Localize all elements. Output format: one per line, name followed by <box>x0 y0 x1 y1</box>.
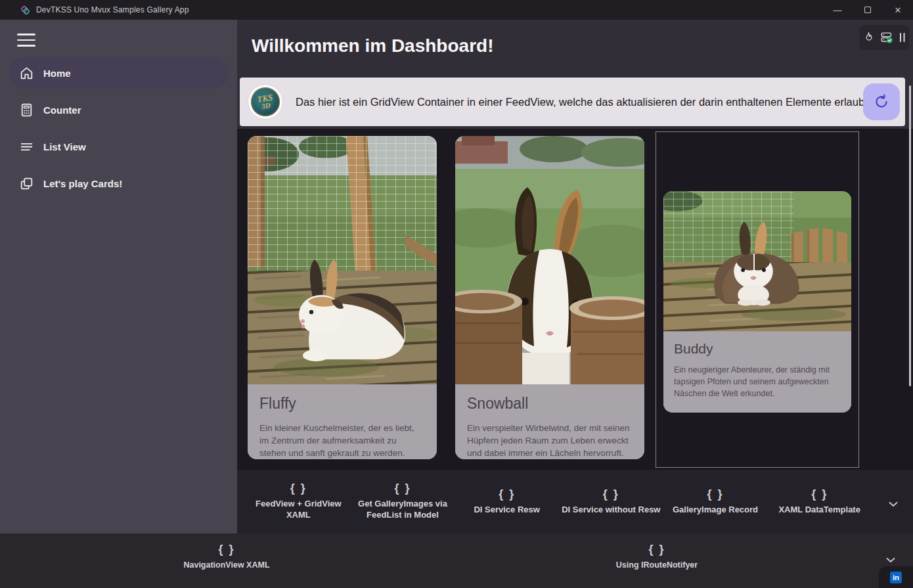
app-logo-icon <box>20 5 30 15</box>
sample-using-iroutenotifyer[interactable]: { } Using IRouteNotifyer <box>558 533 755 579</box>
page-title: Willkommen im Dashboard! <box>252 35 493 57</box>
minimize-button[interactable]: — <box>822 0 853 20</box>
sample-xaml-datatemplate[interactable]: { } XAML DataTemplate <box>767 470 872 533</box>
rabbit-photo-buddy <box>663 191 851 332</box>
samples-collapse-button[interactable] <box>885 497 901 510</box>
calculator-icon <box>18 102 35 118</box>
sidebar-item-label: Let's play Cards! <box>43 178 122 189</box>
feedview-info-banner: TKS 3D Das hier ist ein GridView Contain… <box>240 78 905 126</box>
code-braces-icon: { } <box>811 488 828 500</box>
sample-label: Using IRouteNotifyer <box>616 560 698 570</box>
sample-label: GalleryImage Record <box>673 505 758 516</box>
gallery-card-fluffy[interactable]: Fluffy Ein kleiner Kuschelmeister, der e… <box>248 136 437 459</box>
sidebar-item-home[interactable]: Home <box>9 57 229 89</box>
hamburger-menu-button[interactable] <box>17 33 35 47</box>
app-title: DevTKSS Uno Mvux Samples Gallery App <box>36 5 189 14</box>
gallery-card-buddy[interactable]: Buddy Ein neugieriger Abenteurer, der st… <box>663 191 851 413</box>
code-braces-icon: { } <box>603 488 619 500</box>
rabbit-description: Ein verspielter Wirbelwind, der mit sein… <box>467 422 633 459</box>
gallery-gridview: Fluffy Ein kleiner Kuschelmeister, der e… <box>237 129 913 470</box>
code-braces-icon: { } <box>648 543 665 555</box>
sample-navigationview-xaml[interactable]: { } NavigationView XAML <box>128 533 325 579</box>
rabbit-name: Snowball <box>467 395 633 413</box>
logo-text: 3D <box>261 102 271 110</box>
sidebar-item-label: Home <box>43 68 71 79</box>
rabbit-description: Ein kleiner Kuschelmeister, der es liebt… <box>259 422 425 459</box>
chevron-down-icon <box>885 557 896 563</box>
code-braces-icon: { } <box>707 488 724 500</box>
vertical-scrollbar[interactable] <box>909 85 911 386</box>
footer-collapse-button[interactable] <box>883 553 899 566</box>
sample-label: DI Service Resw <box>474 505 539 516</box>
pause-icon[interactable] <box>899 31 906 44</box>
code-braces-icon: { } <box>499 488 515 500</box>
footer-samples-bar: { } NavigationView XAML { } Using IRoute… <box>0 533 913 588</box>
rabbit-name: Buddy <box>674 341 841 357</box>
code-braces-icon: { } <box>218 543 234 555</box>
banner-message: Das hier ist ein GridView Container in e… <box>296 96 870 108</box>
chevron-down-icon <box>888 501 899 507</box>
sample-feedview-gridview-xaml[interactable]: { } FeedView + GridView XAML <box>246 470 351 533</box>
minimize-icon: — <box>834 5 842 15</box>
server-connected-icon[interactable] <box>880 30 894 45</box>
close-button[interactable]: ✕ <box>883 0 913 20</box>
sample-di-service-resw[interactable]: { } DI Service Resw <box>455 470 559 533</box>
close-icon: ✕ <box>895 5 902 15</box>
dev-tools-toolbar <box>859 25 909 50</box>
card-info: Fluffy Ein kleiner Kuschelmeister, der e… <box>248 384 437 459</box>
sample-label: FeedView + GridView XAML <box>246 499 350 521</box>
cards-icon <box>18 175 35 192</box>
gridview-selected-cell[interactable]: Buddy Ein neugieriger Abenteurer, der st… <box>656 131 859 468</box>
sidebar-item-lets-play-cards[interactable]: Let's play Cards! <box>9 168 229 199</box>
sidebar-item-label: List View <box>43 141 86 152</box>
card-info: Snowball Ein verspielter Wirbelwind, der… <box>455 384 644 459</box>
gallery-card-snowball[interactable]: Snowball Ein verspielter Wirbelwind, der… <box>455 136 644 459</box>
sample-get-galleryimages[interactable]: { } Get GalleryImages via FeedList in Mo… <box>351 470 455 533</box>
home-icon <box>18 65 35 81</box>
refresh-icon <box>873 93 890 110</box>
rabbit-photo-fluffy <box>248 136 437 384</box>
refresh-button[interactable] <box>863 83 900 120</box>
code-braces-icon: { } <box>395 482 411 494</box>
app-window: DevTKSS Uno Mvux Samples Gallery App — ✕… <box>0 0 913 588</box>
sample-label: XAML DataTemplate <box>778 505 860 516</box>
sample-label: DI Service without Resw <box>562 505 660 516</box>
maximize-icon <box>864 7 871 13</box>
sample-label: Get GalleryImages via FeedList in Model <box>351 499 455 521</box>
social-panel: in <box>879 566 913 588</box>
list-icon <box>18 139 35 155</box>
maximize-button[interactable] <box>853 0 883 20</box>
code-braces-icon: { } <box>290 482 307 494</box>
card-info: Buddy Ein neugieriger Abenteurer, der st… <box>663 332 851 413</box>
sample-galleryimage-record[interactable]: { } GalleryImage Record <box>663 470 768 533</box>
titlebar: DevTKSS Uno Mvux Samples Gallery App — ✕ <box>0 0 913 20</box>
rabbit-photo-snowball <box>455 136 644 384</box>
code-samples-row: { } FeedView + GridView XAML { } Get Gal… <box>237 470 913 533</box>
sidebar-item-label: Counter <box>43 104 81 116</box>
rabbit-description: Ein neugieriger Abenteurer, der ständig … <box>674 365 841 399</box>
linkedin-icon[interactable]: in <box>890 572 902 583</box>
hot-reload-flame-icon[interactable] <box>862 30 875 45</box>
dashboard-header: Willkommen im Dashboard! <box>237 20 913 129</box>
sidebar-item-list-view[interactable]: List View <box>9 131 229 162</box>
navigation-sidebar: Home Counter List View <box>0 20 237 533</box>
sidebar-item-counter[interactable]: Counter <box>9 94 229 125</box>
sample-di-service-without-resw[interactable]: { } DI Service without Resw <box>559 470 663 533</box>
sample-label: NavigationView XAML <box>183 560 269 570</box>
tks3d-logo: TKS 3D <box>248 84 283 120</box>
rabbit-name: Fluffy <box>259 395 425 413</box>
